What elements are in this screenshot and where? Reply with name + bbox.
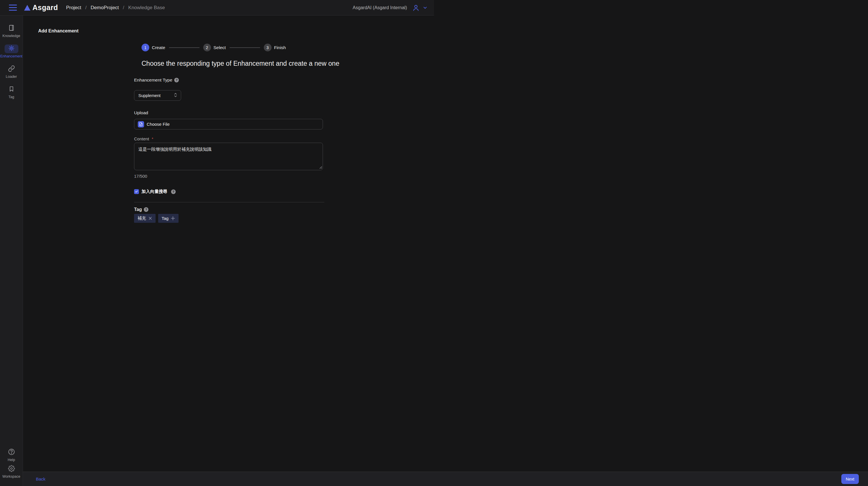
step-3-label: Finish xyxy=(274,45,286,50)
asgard-logo-icon xyxy=(24,5,30,11)
breadcrumb-separator: / xyxy=(123,5,124,11)
sidebar-item-knowledge[interactable]: Knowledge xyxy=(0,24,23,38)
required-marker: * xyxy=(152,136,153,141)
file-document-icon xyxy=(138,121,144,127)
step-1-label: Create xyxy=(152,45,165,50)
step-connector xyxy=(169,48,199,48)
char-counter: 17/500 xyxy=(134,174,323,179)
breadcrumb: Project / DemoProject / Knowledge Base xyxy=(66,5,165,11)
sidebar-item-label: Tag xyxy=(8,95,14,99)
remove-tag-icon[interactable] xyxy=(148,216,152,220)
account-label: AsgardAI (Asgard Internal) xyxy=(353,5,407,10)
enhancement-type-select[interactable]: Supplement xyxy=(134,90,181,101)
user-avatar-icon[interactable] xyxy=(412,4,420,11)
sidebar-item-loader[interactable]: Loader xyxy=(0,65,23,79)
bookmark-icon xyxy=(8,86,14,93)
tag-chip-label: 補充 xyxy=(137,216,146,221)
add-tag-chip[interactable]: Tag xyxy=(158,214,179,223)
brand-name: Asgard xyxy=(32,3,58,12)
choose-file-button[interactable]: Choose File xyxy=(134,119,323,129)
step-2-circle: 2 xyxy=(203,43,211,51)
help-icon[interactable]: ? xyxy=(171,189,176,194)
stepper: 1 Create 2 Select 3 Finish xyxy=(142,43,330,51)
main-content: Add Enhancement 1 Create 2 Select 3 Fini… xyxy=(23,16,434,243)
upload-label: Upload xyxy=(134,110,148,115)
chevron-down-icon[interactable] xyxy=(423,5,428,10)
form-heading: Choose the responding type of Enhancemen… xyxy=(142,59,330,68)
step-1-circle: 1 xyxy=(142,43,149,51)
sidebar-item-enhancement[interactable]: Enhancement xyxy=(0,44,23,58)
sidebar-item-tag[interactable]: Tag xyxy=(0,85,23,99)
selected-type-value: Supplement xyxy=(138,93,174,98)
tag-section-label: Tag xyxy=(134,207,142,212)
add-tag-label: Tag xyxy=(162,216,168,221)
breadcrumb-knowledge-base: Knowledge Base xyxy=(128,5,165,11)
left-sidebar: Knowledge Enhancement Loader Tag xyxy=(0,16,23,243)
tag-chip: 補充 xyxy=(134,214,156,223)
vector-search-checkbox[interactable] xyxy=(134,189,139,194)
choose-file-label: Choose File xyxy=(147,122,169,127)
vector-search-label: 加入向量搜尋 xyxy=(142,189,167,194)
link-icon xyxy=(8,65,15,73)
breadcrumb-project[interactable]: Project xyxy=(66,5,81,11)
sidebar-item-label: Enhancement xyxy=(0,54,22,58)
help-icon[interactable]: ? xyxy=(174,78,179,82)
page-title: Add Enhancement xyxy=(38,28,434,34)
select-updown-icon xyxy=(174,92,177,99)
book-icon xyxy=(8,24,15,32)
sidebar-item-label: Knowledge xyxy=(3,34,20,38)
tag-chip-list: 補充 Tag xyxy=(134,214,323,223)
sidebar-item-label: Loader xyxy=(6,74,17,79)
top-header: Asgard Project / DemoProject / Knowledge… xyxy=(0,0,434,16)
hamburger-menu-icon[interactable] xyxy=(9,5,17,11)
breadcrumb-separator: / xyxy=(85,5,87,11)
content-label: Content xyxy=(134,136,149,141)
enhancement-type-label: Enhancement Type xyxy=(134,78,172,83)
sun-icon xyxy=(8,45,14,53)
add-tag-plus-icon xyxy=(171,216,175,220)
content-textarea[interactable]: 這是一段增強說明用於補充說明該知識 xyxy=(134,143,323,170)
step-2-label: Select xyxy=(214,45,226,50)
help-icon[interactable]: ? xyxy=(144,207,148,212)
step-connector xyxy=(229,48,260,48)
breadcrumb-demoproject[interactable]: DemoProject xyxy=(91,5,119,11)
step-3-circle: 3 xyxy=(264,43,272,51)
